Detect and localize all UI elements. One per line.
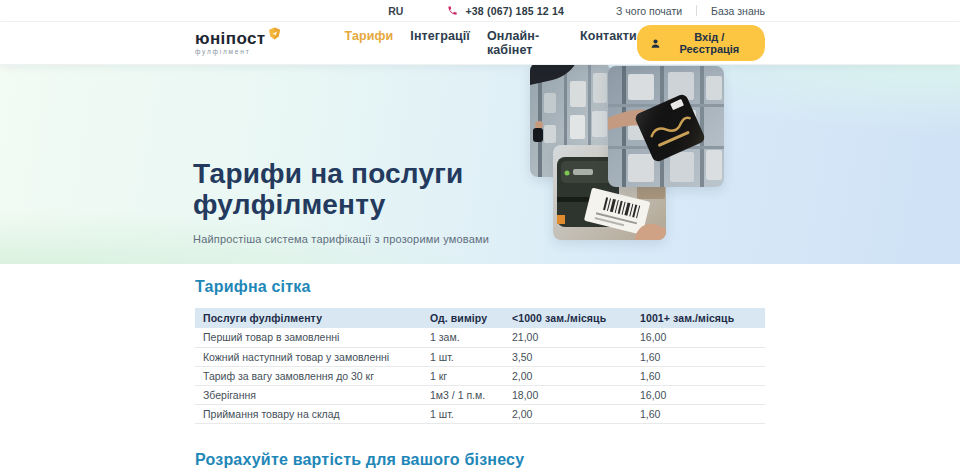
phone-link[interactable]: +38 (067) 185 12 14 <box>447 5 564 17</box>
nav-item-tariffs[interactable]: Тарифи <box>345 29 394 57</box>
nav-item-contacts[interactable]: Контакти <box>580 29 637 57</box>
language-switcher[interactable]: RU <box>388 5 403 17</box>
page-subtitle: Найпростіша система тарифікації з прозор… <box>193 233 489 245</box>
cell-price-high: 1,60 <box>640 347 765 366</box>
phone-number: +38 (067) 185 12 14 <box>465 5 564 17</box>
cell-service: Зберігання <box>195 385 430 404</box>
cell-price-low: 2,00 <box>512 366 640 385</box>
cell-service: Кожний наступний товар у замовленні <box>195 347 430 366</box>
table-row: Приймання товару на склад 1 шт. 2,00 1,6… <box>195 404 765 423</box>
table-row: Перший товар в замовленні 1 зам. 21,00 1… <box>195 328 765 347</box>
cell-price-low: 18,00 <box>512 385 640 404</box>
page: RU +38 (067) 185 12 14 З чого почати Баз… <box>0 0 960 475</box>
table-row: Тариф за вагу замовлення до 30 кг 1 кг 2… <box>195 366 765 385</box>
main-navbar: юніпост фулфілмент Тарифи Інтеграції Онл… <box>0 22 960 64</box>
tariff-table: Послуги фулфілменту Од. виміру <1000 зам… <box>195 308 765 424</box>
cell-unit: 1м3 / 1 п.м. <box>430 385 512 404</box>
table-row: Кожний наступний товар у замовленні 1 шт… <box>195 347 765 366</box>
main-menu: Тарифи Інтеграції Онлайн-кабінет Контакт… <box>345 29 637 57</box>
black-package-photo <box>608 66 724 187</box>
login-register-label: Вхід / Реєстрація <box>667 31 752 55</box>
table-header-row: Послуги фулфілменту Од. виміру <1000 зам… <box>195 308 765 328</box>
pricing-heading: Тарифна сітка <box>195 278 765 296</box>
cell-price-high: 1,60 <box>640 404 765 423</box>
phone-icon <box>447 5 458 16</box>
cell-unit: 1 зам. <box>430 328 512 347</box>
nav-item-online-cabinet[interactable]: Онлайн-кабінет <box>487 29 563 57</box>
cell-price-low: 21,00 <box>512 328 640 347</box>
cell-unit: 1 шт. <box>430 404 512 423</box>
nav-item-integrations[interactable]: Інтеграції <box>410 29 470 57</box>
utility-bar: RU +38 (067) 185 12 14 З чого почати Баз… <box>0 0 960 22</box>
logo-shield-icon <box>268 27 281 40</box>
logo[interactable]: юніпост фулфілмент <box>195 30 281 56</box>
cell-service: Приймання товару на склад <box>195 404 430 423</box>
login-register-button[interactable]: Вхід / Реєстрація <box>637 25 765 61</box>
cell-unit: 1 шт. <box>430 347 512 366</box>
cell-service: Перший товар в замовленні <box>195 328 430 347</box>
cell-price-high: 16,00 <box>640 385 765 404</box>
cell-price-high: 16,00 <box>640 328 765 347</box>
col-header-unit: Од. виміру <box>430 308 512 328</box>
col-header-under-1000: <1000 зам./місяць <box>512 308 640 328</box>
cell-price-low: 3,50 <box>512 347 640 366</box>
table-row: Зберігання 1м3 / 1 п.м. 18,00 16,00 <box>195 385 765 404</box>
col-header-over-1001: 1001+ зам./місяць <box>640 308 765 328</box>
col-header-service: Послуги фулфілменту <box>195 308 430 328</box>
link-knowledge-base[interactable]: База знань <box>711 5 765 17</box>
cell-unit: 1 кг <box>430 366 512 385</box>
logo-name: юніпост <box>195 30 266 47</box>
cell-service: Тариф за вагу замовлення до 30 кг <box>195 366 430 385</box>
calculator-heading: Розрахуйте вартість для вашого бізнесу <box>195 451 765 469</box>
page-title: Тарифи на послугифулфілменту <box>193 158 489 220</box>
user-icon <box>650 38 661 49</box>
link-how-to-start[interactable]: З чого почати <box>616 5 682 17</box>
logo-tagline: фулфілмент <box>195 49 281 56</box>
cell-price-low: 2,00 <box>512 404 640 423</box>
cell-price-high: 1,60 <box>640 366 765 385</box>
hero-section: Тарифи на послугифулфілменту Найпростіша… <box>0 64 960 264</box>
divider <box>696 5 697 16</box>
pricing-section: Тарифна сітка Послуги фулфілменту Од. ви… <box>0 264 960 469</box>
